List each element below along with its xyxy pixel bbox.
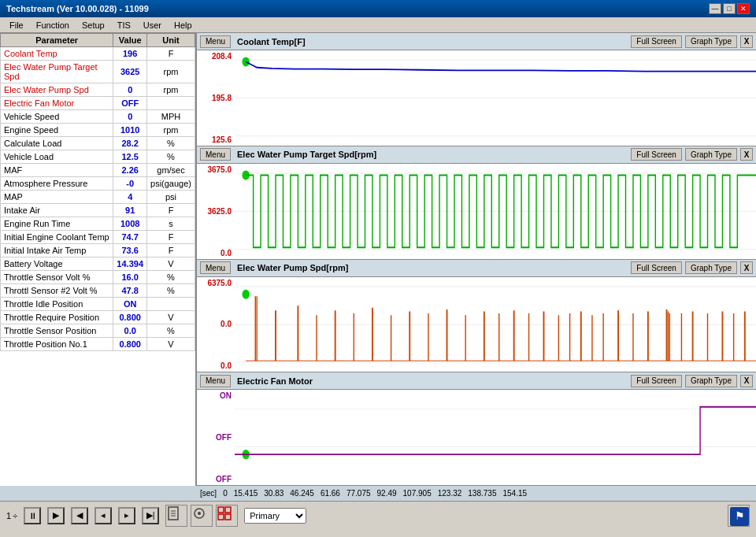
menu-setup[interactable]: Setup (76, 19, 111, 31)
chart-header-fan: Menu Electric Fan Motor Full Screen Grap… (197, 372, 756, 390)
step-back-button[interactable]: ◂ (94, 507, 112, 524)
end-button[interactable]: ▶| (142, 507, 159, 524)
chart-header-coolant: Menu Coolant Temp[F] Full Screen Graph T… (197, 33, 756, 50)
param-value-cell: 2.26 (113, 164, 147, 177)
param-unit-cell (147, 97, 195, 110)
tick-3: 46.245 (290, 489, 314, 498)
toolbar-icon-3[interactable] (216, 505, 238, 527)
parameter-table: Parameter Value Unit Coolant Temp196FEle… (0, 33, 195, 351)
stop-button[interactable]: ⏸ (24, 507, 41, 524)
param-unit-cell: % (147, 271, 195, 284)
svg-text:⚑: ⚑ (735, 509, 745, 522)
chart-plot-wps (235, 277, 756, 372)
chart-close-fan[interactable]: X (740, 375, 753, 387)
chart-menu-btn-wpt[interactable]: Menu (200, 148, 231, 161)
chart-fullscreen-coolant[interactable]: Full Screen (631, 35, 682, 48)
param-value-cell: 14.394 (113, 257, 147, 271)
timeline-bar: [sec] 0 15.415 30.83 46.245 61.66 77.075… (0, 486, 756, 502)
param-name-cell: Coolant Temp (1, 47, 113, 61)
param-value-cell: 16.0 (113, 271, 147, 284)
param-unit-cell: psi(gauge) (147, 177, 195, 191)
table-row: Throttle Position No.10.800V (1, 338, 195, 351)
menu-help[interactable]: Help (168, 19, 198, 31)
flag-svg: ⚑ (728, 506, 749, 526)
param-value-cell: 0.800 (113, 311, 147, 324)
chart-coolant-temp: Menu Coolant Temp[F] Full Screen Graph T… (197, 33, 756, 146)
chart-svg-wpt (235, 164, 756, 259)
toolbar-icon-2[interactable] (191, 505, 213, 527)
y-label-mid-wpt: 3625.0 (198, 207, 233, 216)
svg-rect-57 (218, 507, 224, 513)
close-button[interactable]: ✕ (737, 3, 750, 14)
param-unit-cell (147, 298, 195, 311)
col-unit: Unit (147, 34, 195, 47)
chart-fullscreen-fan[interactable]: Full Screen (631, 375, 682, 387)
chart-close-coolant[interactable]: X (740, 35, 753, 48)
tick-0: 0 (223, 489, 228, 498)
param-value-cell: 73.6 (113, 244, 147, 257)
step-forward-button[interactable]: ▸ (118, 507, 135, 524)
table-row: Throttle Require Position0.800V (1, 311, 195, 324)
chart-type-coolant[interactable]: Graph Type (685, 35, 737, 48)
param-name-cell: Elec Water Pump Target Spd (1, 61, 113, 83)
chart-close-wpt[interactable]: X (740, 148, 753, 161)
chart-body-wpt: 3675.0 3625.0 0.0 (197, 164, 756, 259)
speed-display: 1 ÷ (6, 511, 17, 520)
primary-select[interactable]: Primary Secondary (244, 508, 306, 524)
chart-type-fan[interactable]: Graph Type (685, 375, 737, 387)
param-name-cell: MAF (1, 164, 113, 177)
chart-type-wpt[interactable]: Graph Type (685, 148, 737, 161)
controls-bar: 1 ÷ ⏸ ▶ ◀ ◂ ▸ ▶| (0, 502, 756, 529)
param-name-cell: Elec Water Pump Spd (1, 83, 113, 97)
chart-panel: Menu Coolant Temp[F] Full Screen Graph T… (197, 33, 756, 486)
chart-fan-motor: Menu Electric Fan Motor Full Screen Grap… (197, 372, 756, 486)
chart-svg-coolant (235, 50, 756, 146)
title-bar: Techstream (Ver 10.00.028) - 11099 — □ ✕ (0, 0, 756, 17)
table-row: MAF2.26gm/sec (1, 164, 195, 177)
param-name-cell: Engine Run Time (1, 217, 113, 231)
param-unit-cell: MPH (147, 110, 195, 124)
param-unit-cell: rpm (147, 61, 195, 83)
y-label-top-coolant: 208.4 (198, 52, 233, 61)
chart-menu-btn-fan[interactable]: Menu (200, 375, 231, 387)
y-label-mid-coolant: 195.8 (198, 94, 233, 102)
table-row: Coolant Temp196F (1, 47, 195, 61)
param-name-cell: Initial Engine Coolant Temp (1, 231, 113, 244)
param-value-cell: 4 (113, 191, 147, 204)
param-unit-cell: F (147, 204, 195, 217)
param-unit-cell: V (147, 338, 195, 351)
param-name-cell: Vehicle Speed (1, 110, 113, 124)
chart-type-wps[interactable]: Graph Type (685, 261, 737, 274)
chart-close-wps[interactable]: X (740, 261, 753, 274)
chart-fullscreen-wpt[interactable]: Full Screen (631, 148, 682, 161)
chart-menu-btn-coolant[interactable]: Menu (200, 35, 231, 48)
chart-fullscreen-wps[interactable]: Full Screen (631, 261, 682, 274)
param-value-cell: 91 (113, 204, 147, 217)
toolbar-icon-1[interactable] (165, 505, 187, 527)
chart-menu-btn-wps[interactable]: Menu (200, 261, 231, 274)
bottom-container: [sec] 0 15.415 30.83 46.245 61.66 77.075… (0, 486, 756, 537)
menu-function[interactable]: Function (30, 19, 76, 31)
chart-water-pump-spd: Menu Elec Water Pump Spd[rpm] Full Scree… (197, 260, 756, 373)
back-button[interactable]: ◀ (71, 507, 88, 524)
param-unit-cell: F (147, 47, 195, 61)
chart-header-wpt: Menu Elec Water Pump Target Spd[rpm] Ful… (197, 146, 756, 164)
table-row: Throttle Sensor Position0.0% (1, 324, 195, 338)
chart-body-coolant: 208.4 195.8 125.6 (197, 50, 756, 146)
tools-icon (191, 506, 212, 526)
menu-user[interactable]: User (137, 19, 168, 31)
menu-tis[interactable]: TIS (111, 19, 137, 31)
svg-point-11 (242, 289, 249, 298)
param-value-cell: 1008 (113, 217, 147, 231)
param-name-cell: Throttle Sensor Volt % (1, 271, 113, 284)
param-unit-cell: % (147, 284, 195, 298)
tick-10: 154.15 (502, 489, 527, 498)
table-row: Calculate Load28.2% (1, 137, 195, 150)
menu-file[interactable]: File (3, 19, 30, 31)
tick-5: 77.075 (346, 489, 371, 498)
maximize-button[interactable]: □ (723, 3, 736, 14)
table-row: Atmosphere Pressure-0psi(gauge) (1, 177, 195, 191)
minimize-button[interactable]: — (709, 3, 721, 14)
tick-8: 123.32 (438, 489, 462, 498)
play-button[interactable]: ▶ (47, 507, 65, 524)
